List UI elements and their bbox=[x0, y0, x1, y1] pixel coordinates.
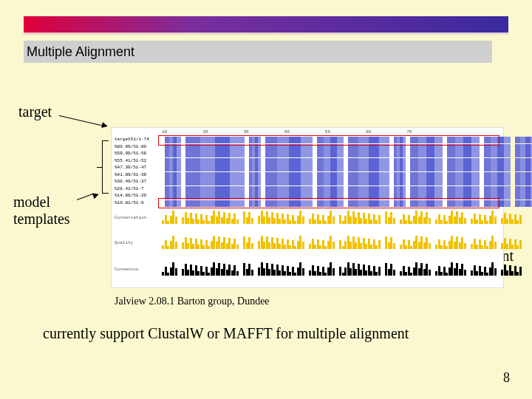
sequence-blocks bbox=[165, 179, 532, 185]
alignment-block bbox=[394, 179, 406, 185]
sequence-name: %14.86/51-20 bbox=[115, 193, 157, 198]
ruler-tick: 70 bbox=[406, 129, 412, 134]
alignment-block bbox=[317, 165, 344, 171]
alignment-block bbox=[165, 158, 181, 165]
arrow-target-line bbox=[59, 115, 103, 126]
alignment-block bbox=[249, 179, 261, 185]
alignment-figure: 10203040506070 target51/1-74%80.00/51-80… bbox=[111, 127, 504, 288]
sequence-blocks bbox=[165, 158, 532, 165]
bar bbox=[302, 242, 304, 249]
alignment-block bbox=[165, 186, 181, 193]
bar bbox=[378, 267, 381, 276]
sequence-row: %26.42/51-7 bbox=[115, 186, 157, 193]
bar bbox=[302, 268, 304, 276]
bar-group bbox=[339, 262, 381, 276]
sequence-blocks bbox=[165, 172, 532, 179]
bar-group bbox=[471, 211, 497, 224]
sequence-row: %47.30/51-47 bbox=[115, 165, 157, 171]
bar-group bbox=[182, 211, 239, 224]
alignment-block bbox=[515, 151, 532, 157]
decorative-top-bar-shadow bbox=[24, 33, 508, 35]
bar-group bbox=[385, 236, 395, 249]
bar-group bbox=[501, 236, 522, 249]
bar bbox=[378, 240, 381, 249]
alignment-block bbox=[484, 158, 511, 165]
alignment-block bbox=[185, 151, 245, 157]
alignment-block bbox=[165, 151, 181, 157]
bar bbox=[332, 242, 335, 249]
ruler-tick: 40 bbox=[284, 129, 290, 134]
ruler-tick: 50 bbox=[325, 129, 330, 134]
bar-group bbox=[435, 236, 466, 249]
sequence-row: %14.86/51-20 bbox=[115, 193, 157, 200]
alignment-block bbox=[317, 172, 344, 179]
track-conservation bbox=[162, 211, 499, 224]
alignment-block bbox=[348, 172, 389, 179]
alignment-block bbox=[317, 151, 344, 157]
alignment-block bbox=[447, 186, 480, 193]
bar-group bbox=[501, 211, 522, 224]
sequence-blocks bbox=[165, 151, 532, 157]
figure-caption: Jalview 2.08.1 Barton group, Dundee bbox=[115, 296, 270, 307]
alignment-block bbox=[265, 172, 313, 179]
alignment-block bbox=[265, 179, 313, 185]
alignment-block bbox=[165, 165, 181, 171]
bar-group bbox=[162, 262, 177, 276]
track-quality bbox=[162, 236, 499, 249]
bar bbox=[393, 218, 395, 224]
sequence-name: %36.49/51-37 bbox=[115, 179, 157, 184]
sequence-name: %55.41/51-52 bbox=[115, 158, 157, 163]
bar-group bbox=[182, 262, 239, 276]
alignment-block bbox=[447, 151, 480, 157]
alignment-block bbox=[447, 179, 480, 185]
bar-group bbox=[435, 262, 466, 276]
sequence-row: %55.41/51-52 bbox=[115, 158, 157, 165]
alignment-block bbox=[265, 158, 313, 165]
sequence-name: %41.89/51-39 bbox=[115, 172, 157, 177]
alignment-block bbox=[249, 186, 261, 193]
bar-group bbox=[258, 262, 304, 276]
slide-title-bar: Multiple Alignment bbox=[24, 41, 492, 63]
bar bbox=[464, 270, 466, 276]
sequence-row: %10.81/51-9 bbox=[115, 200, 157, 207]
bar bbox=[429, 243, 431, 249]
bar-group bbox=[471, 262, 497, 276]
bar bbox=[494, 216, 497, 224]
bar-group bbox=[243, 236, 253, 249]
alignment-block bbox=[265, 151, 313, 157]
highlight-box-pairwise bbox=[158, 198, 499, 208]
alignment-block bbox=[348, 165, 389, 171]
alignment-block bbox=[484, 186, 511, 193]
sequence-name: %80.00/51-80 bbox=[115, 144, 157, 149]
bar-group bbox=[162, 236, 177, 249]
bar bbox=[236, 245, 239, 249]
decorative-top-bar bbox=[24, 16, 508, 33]
bracket-templates bbox=[102, 140, 109, 194]
alignment-ruler: 10203040506070 bbox=[162, 129, 412, 134]
bar-group bbox=[385, 211, 395, 224]
alignment-block bbox=[185, 165, 245, 171]
alignment-block bbox=[394, 172, 406, 179]
arrow-templates-head-icon bbox=[92, 191, 100, 199]
track-label-consensus: Consensus bbox=[115, 267, 138, 272]
bar bbox=[332, 268, 335, 276]
track-consensus bbox=[162, 262, 499, 276]
sequence-row: %58.00/51-58 bbox=[115, 151, 157, 157]
alignment-block bbox=[185, 172, 245, 179]
bar-group bbox=[339, 236, 381, 249]
sequence-name: %10.81/51-9 bbox=[115, 200, 157, 205]
alignment-block bbox=[165, 172, 181, 179]
bar bbox=[429, 218, 431, 224]
sequence-row: %80.00/51-80 bbox=[115, 144, 157, 151]
bar bbox=[332, 216, 335, 224]
alignment-block bbox=[394, 186, 406, 193]
arrow-target-head-icon bbox=[101, 122, 109, 129]
ruler-tick: 20 bbox=[202, 129, 208, 134]
alignment-block bbox=[410, 151, 443, 157]
bar bbox=[175, 268, 177, 276]
sequence-name: %58.00/51-58 bbox=[115, 151, 157, 156]
bar bbox=[494, 268, 497, 276]
sequence-name: %47.30/51-47 bbox=[115, 165, 157, 170]
alignment-block bbox=[394, 158, 406, 165]
bar-group bbox=[258, 211, 304, 224]
